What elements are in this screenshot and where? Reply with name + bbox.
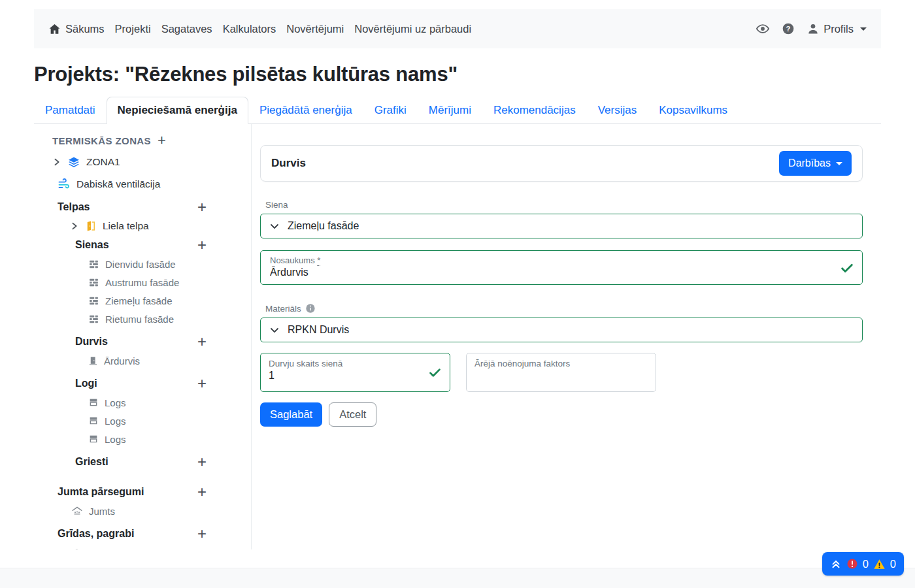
chevron-right-icon[interactable] <box>52 157 61 167</box>
add-roof-icon[interactable]: + <box>197 485 207 499</box>
validation-status-badge[interactable]: 0 0 <box>822 552 904 576</box>
materials-select[interactable]: RPKN Durvis <box>260 318 863 342</box>
shading-factor-input[interactable] <box>474 368 612 382</box>
tab-versijas[interactable]: Versijas <box>587 97 648 124</box>
wall-icon <box>88 314 99 325</box>
panel-title: Durvis <box>271 157 306 170</box>
nosaukums-field[interactable]: Nosaukums * <box>260 250 863 285</box>
tree-item-liela-telpa[interactable]: Liela telpa <box>34 217 251 235</box>
add-room-icon[interactable]: + <box>197 200 207 214</box>
tree-item-zona1[interactable]: ZONA1 <box>34 153 251 171</box>
add-door-icon[interactable]: + <box>197 335 207 349</box>
tree-group-label[interactable]: Grīdas, pagrabi <box>58 528 134 540</box>
tree-item-window[interactable]: Logs <box>34 393 251 412</box>
tree-item-wall[interactable]: Austrumu fasāde <box>34 273 251 291</box>
tree-group-label[interactable]: Sienas <box>75 239 109 251</box>
cancel-button[interactable]: Atcelt <box>329 402 376 427</box>
tree-item-label: Dabiskā ventilācija <box>76 178 160 190</box>
tree-item-door[interactable]: Ārdurvis <box>34 351 251 370</box>
nav-right: ? Profils <box>756 22 867 36</box>
floor-icon <box>71 547 82 550</box>
nav-item-kalkulators[interactable]: Kalkulators <box>223 20 276 38</box>
tree-item-label: Austrumu fasāde <box>105 277 179 288</box>
tab-nepieciesama-energija[interactable]: Nepieciešamā enerģija <box>107 97 248 124</box>
tree-item-label: Ārdurvis <box>104 355 140 367</box>
door-count-field[interactable]: Durvju skaits sienā <box>260 353 450 392</box>
tree-item-label: Logs <box>105 434 126 445</box>
nav-item-sagataves[interactable]: Sagataves <box>161 20 212 38</box>
tree-group-label[interactable]: Jumta pārsegumi <box>58 486 144 498</box>
tree-group-label[interactable]: Logi <box>75 378 97 389</box>
profile-menu[interactable]: Profils <box>807 22 867 35</box>
siena-label: Siena <box>265 200 881 210</box>
tree-item-wall[interactable]: Rietumu fasāde <box>34 310 251 328</box>
editor-panel: Durvis Darbības Siena Ziemeļu fasāde Nos… <box>252 124 881 549</box>
tab-kopsavilkums[interactable]: Kopsavilkums <box>648 97 739 124</box>
info-icon[interactable] <box>305 303 316 314</box>
tree-item-ventilacija[interactable]: Dabiskā ventilācija <box>34 175 251 193</box>
content-area: TERMISKĀS ZONAS + ZONA1 Dabiskā ventilāc… <box>34 124 881 549</box>
tree-item-floor[interactable]: Grīda <box>34 544 251 549</box>
tree-item-label: Ziemeļu fasāde <box>105 295 173 306</box>
tab-pamatdati[interactable]: Pamatdati <box>34 97 107 124</box>
page-title: Projekts: "Rēzeknes pilsētas kultūras na… <box>34 63 881 86</box>
door-count-label: Durvju skaits sienā <box>269 359 442 368</box>
nav-item-label: Sagataves <box>161 23 212 35</box>
structure-tree-sidebar: TERMISKĀS ZONAS + ZONA1 Dabiskā ventilāc… <box>34 124 252 549</box>
tree-item-wall[interactable]: Dienvidu fasāde <box>34 255 251 273</box>
numeric-fields-row: Durvju skaits sienā Ārējā noēnojuma fakt… <box>260 353 881 392</box>
tree-group-durvis: Durvis + <box>34 332 207 351</box>
layers-icon <box>67 155 80 169</box>
nav-item-label: Sākums <box>65 23 105 35</box>
shading-factor-field[interactable]: Ārējā noēnojuma faktors <box>466 353 656 392</box>
tree-group-label[interactable]: Griesti <box>75 456 108 468</box>
tree-item-window[interactable]: Logs <box>34 412 251 430</box>
valid-check-icon <box>428 366 442 380</box>
nosaukums-input[interactable] <box>270 265 806 278</box>
nav-links: Sākums Projekti Sagataves Kalkulators No… <box>48 20 471 38</box>
chevron-right-icon[interactable] <box>70 221 79 231</box>
tree-item-wall[interactable]: Ziemeļu fasāde <box>34 291 251 310</box>
tree-item-label: Rietumu fasāde <box>105 314 174 325</box>
materials-selected-value: RPKN Durvis <box>288 324 349 336</box>
window-icon <box>88 416 99 426</box>
wind-icon <box>58 178 71 191</box>
tab-merijumi[interactable]: Mērījumi <box>418 97 482 124</box>
door-icon <box>88 356 98 366</box>
siena-select[interactable]: Ziemeļu fasāde <box>260 214 863 238</box>
tree-group-label[interactable]: Durvis <box>75 336 108 348</box>
help-icon[interactable]: ? <box>782 22 795 35</box>
add-wall-icon[interactable]: + <box>197 238 207 252</box>
tree-group-label[interactable]: Telpas <box>58 201 90 213</box>
tree-item-window[interactable]: Logs <box>34 430 251 448</box>
tree-item-label: ZONA1 <box>86 156 120 168</box>
warning-count: 0 <box>890 558 896 570</box>
tab-rekomendacijas[interactable]: Rekomendācijas <box>482 97 587 124</box>
add-zone-icon[interactable]: + <box>158 133 166 148</box>
user-icon <box>807 22 820 35</box>
field-label-text: Materiāls <box>265 304 301 314</box>
add-ceiling-icon[interactable]: + <box>197 455 207 469</box>
wall-icon <box>88 295 99 306</box>
required-asterisk: * <box>317 255 320 266</box>
tree-item-label: Dienvidu fasāde <box>105 259 176 270</box>
save-button[interactable]: Saglabāt <box>260 402 322 427</box>
tree-item-roof[interactable]: Jumts <box>34 502 251 520</box>
add-window-icon[interactable]: + <box>197 376 207 391</box>
double-chevron-up-icon[interactable] <box>830 558 842 570</box>
nav-item-novertejumi-parbaude[interactable]: Novērtējumi uz pārbaudi <box>354 20 471 38</box>
nav-item-projekti[interactable]: Projekti <box>115 20 151 38</box>
add-floor-icon[interactable]: + <box>197 527 207 541</box>
tab-piegadata-energija[interactable]: Piegādātā enerģija <box>248 97 363 124</box>
nav-item-novertejumi[interactable]: Novērtējumi <box>286 20 344 38</box>
wall-icon <box>88 259 99 270</box>
nav-item-label: Novērtējumi <box>286 23 344 35</box>
actions-dropdown-button[interactable]: Darbības <box>779 151 852 176</box>
nav-item-sakums[interactable]: Sākums <box>48 20 105 38</box>
tab-grafiki[interactable]: Grafiki <box>363 97 418 124</box>
nosaukums-label: Nosaukums * <box>270 255 853 265</box>
home-icon <box>48 23 61 35</box>
door-count-input[interactable] <box>269 368 406 382</box>
eye-icon[interactable] <box>756 22 770 36</box>
tree-item-label: Logs <box>105 397 126 408</box>
